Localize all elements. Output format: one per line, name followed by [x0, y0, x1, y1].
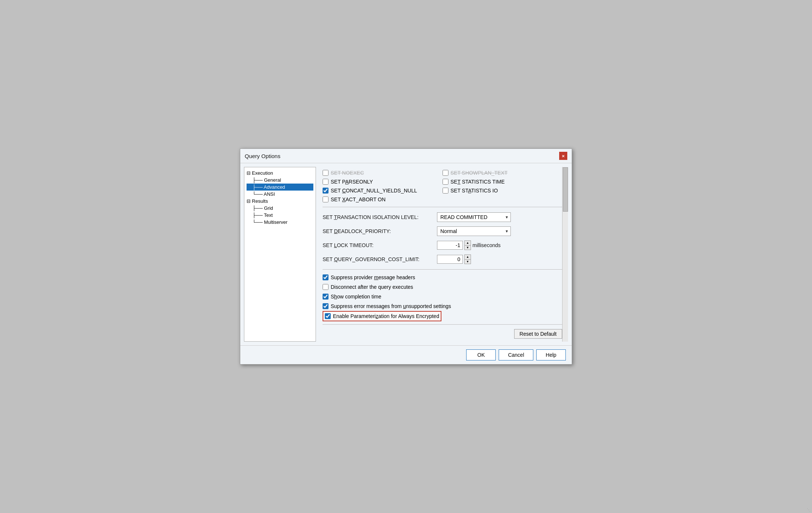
- query-governor-down[interactable]: ▼: [465, 259, 471, 264]
- set-noexec-checkbox[interactable]: [323, 170, 328, 176]
- field-query-governor: SET QUERY_GOVERNOR_COST_LIMIT: ▲ ▼: [323, 252, 562, 266]
- lock-timeout-control: ▲ ▼ milliseconds: [437, 240, 500, 250]
- dialog-body: ⊟ Execution├── General├── Advanced└── AN…: [240, 163, 572, 345]
- checkbox-suppress-provider: Suppress provider message headers: [323, 273, 562, 282]
- lock-timeout-input[interactable]: [437, 241, 463, 250]
- set-concat-checkbox[interactable]: [323, 188, 328, 194]
- scrollbar-track: [562, 167, 568, 342]
- field-transaction-isolation: SET TRANSACTION ISOLATION LEVEL: READ UN…: [323, 210, 562, 224]
- set-parseonly-checkbox[interactable]: [323, 179, 328, 185]
- checkbox-set-noexec: SET NOEXEC: [323, 168, 443, 177]
- checkbox-set-showplan: SET SHOWPLAN_TEXT: [443, 168, 562, 177]
- query-options-dialog: Query Options × ⊟ Execution├── General├─…: [240, 148, 572, 365]
- disconnect-checkbox[interactable]: [323, 284, 328, 290]
- cancel-button[interactable]: Cancel: [499, 349, 533, 360]
- top-checkboxes-grid: SET NOEXEC SET PARSEONLY SET CONCAT_NULL…: [323, 168, 562, 204]
- set-xact-checkbox[interactable]: [323, 196, 328, 202]
- suppress-provider-label: Suppress provider message headers: [331, 274, 415, 280]
- checkboxes-right-col: SET SHOWPLAN_TEXT SET STATISTICS TIME SE…: [443, 168, 562, 204]
- tree-item-execution[interactable]: ⊟ Execution: [247, 170, 313, 177]
- divider-1: [323, 207, 562, 207]
- transaction-isolation-label: SET TRANSACTION ISOLATION LEVEL:: [323, 214, 433, 220]
- enable-param-checkbox[interactable]: [325, 313, 331, 319]
- ok-button[interactable]: OK: [466, 349, 496, 360]
- tree-item-multiserver[interactable]: └── Multiserver: [247, 219, 313, 226]
- set-statistics-time-label: SET STATISTICS TIME: [451, 179, 505, 185]
- deadlock-priority-dropdown-wrapper: Low Normal High: [437, 226, 511, 236]
- set-parseonly-label: SET PARSEONLY: [331, 179, 373, 185]
- lock-timeout-label: SET LOCK TIMEOUT:: [323, 242, 433, 248]
- tree-item-results[interactable]: ⊟ Results: [247, 198, 313, 205]
- checkboxes-left-col: SET NOEXEC SET PARSEONLY SET CONCAT_NULL…: [323, 168, 443, 204]
- reset-button[interactable]: Reset to Default: [514, 329, 562, 339]
- title-bar: Query Options ×: [240, 149, 572, 163]
- dialog-title: Query Options: [245, 153, 281, 159]
- set-concat-label: SET CONCAT_NULL_YIELDS_NULL: [331, 188, 417, 194]
- content-scroll: SET NOEXEC SET PARSEONLY SET CONCAT_NULL…: [320, 167, 568, 342]
- lock-timeout-up[interactable]: ▲: [465, 241, 471, 245]
- milliseconds-label: milliseconds: [472, 242, 500, 248]
- deadlock-priority-select[interactable]: Low Normal High: [437, 226, 511, 236]
- checkbox-disconnect: Disconnect after the query executes: [323, 282, 562, 292]
- checkbox-set-statistics-io: SET STATISTICS IO: [443, 186, 562, 195]
- checkbox-set-statistics-time: SET STATISTICS TIME: [443, 177, 562, 186]
- checkbox-show-completion: Show completion time: [323, 292, 562, 301]
- dialog-footer: OK Cancel Help: [240, 345, 572, 364]
- suppress-provider-checkbox[interactable]: [323, 274, 328, 280]
- set-xact-label: SET XACT_ABORT ON: [331, 196, 386, 202]
- tree-item-general[interactable]: ├── General: [247, 177, 313, 184]
- tree-container: ⊟ Execution├── General├── Advanced└── AN…: [247, 170, 313, 226]
- deadlock-priority-label: SET DEADLOCK_PRIORITY:: [323, 228, 433, 234]
- tree-item-ansi[interactable]: └── ANSI: [247, 191, 313, 198]
- tree-item-text[interactable]: ├── Text: [247, 212, 313, 219]
- tree-item-advanced[interactable]: ├── Advanced: [247, 184, 313, 191]
- query-governor-control: ▲ ▼: [437, 254, 471, 264]
- field-deadlock-priority: SET DEADLOCK_PRIORITY: Low Normal High: [323, 224, 562, 238]
- suppress-error-label: Suppress error messages from unsupported…: [331, 303, 451, 309]
- content-panel: SET NOEXEC SET PARSEONLY SET CONCAT_NULL…: [320, 167, 568, 342]
- scrollbar-thumb[interactable]: [563, 167, 568, 212]
- checkbox-set-xact: SET XACT_ABORT ON: [323, 195, 443, 204]
- show-completion-checkbox[interactable]: [323, 294, 328, 300]
- checkbox-enable-param-row: Enable Parameterization for Always Encry…: [323, 311, 441, 321]
- help-button[interactable]: Help: [536, 349, 566, 360]
- disconnect-label: Disconnect after the query executes: [331, 284, 413, 290]
- resize-grip[interactable]: ⋱: [807, 508, 811, 512]
- query-governor-up[interactable]: ▲: [465, 255, 471, 259]
- query-governor-input[interactable]: [437, 255, 463, 264]
- checkbox-set-concat: SET CONCAT_NULL_YIELDS_NULL: [323, 186, 443, 195]
- divider-3: [323, 324, 562, 325]
- set-statistics-time-checkbox[interactable]: [443, 179, 448, 185]
- field-lock-timeout: SET LOCK TIMEOUT: ▲ ▼ milliseconds: [323, 238, 562, 252]
- transaction-isolation-dropdown-wrapper: READ UNCOMMITTED READ COMMITTED REPEATAB…: [437, 212, 511, 222]
- show-completion-label: Show completion time: [331, 294, 381, 300]
- tree-item-grid[interactable]: ├── Grid: [247, 205, 313, 212]
- deadlock-priority-control: Low Normal High: [437, 226, 511, 236]
- set-showplan-label: SET SHOWPLAN_TEXT: [451, 170, 508, 176]
- tree-panel: ⊟ Execution├── General├── Advanced└── AN…: [244, 167, 316, 342]
- set-showplan-checkbox[interactable]: [443, 170, 448, 176]
- close-button[interactable]: ×: [559, 152, 567, 160]
- reset-row: Reset to Default: [323, 328, 562, 340]
- set-statistics-io-label: SET STATISTICS IO: [451, 188, 498, 194]
- transaction-isolation-select[interactable]: READ UNCOMMITTED READ COMMITTED REPEATAB…: [437, 212, 511, 222]
- lock-timeout-down[interactable]: ▼: [465, 245, 471, 250]
- set-statistics-io-checkbox[interactable]: [443, 188, 448, 194]
- checkbox-set-parseonly: SET PARSEONLY: [323, 177, 443, 186]
- query-governor-spinner: ▲ ▼: [464, 254, 471, 264]
- suppress-error-checkbox[interactable]: [323, 303, 328, 309]
- checkbox-suppress-error: Suppress error messages from unsupported…: [323, 301, 562, 311]
- set-noexec-label: SET NOEXEC: [331, 170, 364, 176]
- divider-2: [323, 269, 562, 270]
- query-governor-label: SET QUERY_GOVERNOR_COST_LIMIT:: [323, 256, 433, 262]
- enable-param-label: Enable Parameterization for Always Encry…: [333, 313, 439, 319]
- lock-timeout-spinner: ▲ ▼: [464, 240, 471, 250]
- transaction-isolation-control: READ UNCOMMITTED READ COMMITTED REPEATAB…: [437, 212, 511, 222]
